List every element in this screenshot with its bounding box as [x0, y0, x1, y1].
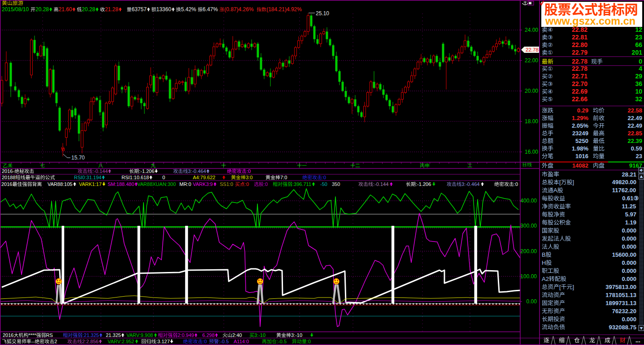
svg-text:[: [ — [559, 179, 561, 185]
svg-text:21.60: 21.60 — [59, 6, 72, 13]
svg-text:66: 66 — [635, 41, 642, 48]
svg-text:①: ① — [548, 49, 553, 56]
svg-text:VARV:2.952: VARV:2.952 — [108, 339, 134, 344]
svg-text:400.00: 400.00 — [520, 198, 537, 204]
svg-text:20.00: 20.00 — [525, 88, 538, 94]
svg-text:23: 23 — [636, 153, 642, 160]
svg-text:A4:79.622: A4:79.622 — [193, 175, 215, 180]
svg-text:16.00: 16.00 — [525, 149, 538, 155]
svg-text:2:0.949: 2:0.949 — [178, 332, 194, 338]
svg-text:0.29: 0.29 — [577, 107, 588, 114]
svg-text:2:40: 2:40 — [232, 332, 242, 338]
svg-text:14082: 14082 — [572, 162, 588, 169]
svg-text:13360: 13360 — [157, 6, 172, 13]
svg-text:A: A — [553, 187, 557, 194]
svg-text:0.59: 0.59 — [631, 145, 642, 152]
svg-text:22.78: 22.78 — [526, 47, 539, 52]
svg-text:7:0: 7:0 — [280, 175, 287, 180]
svg-text:22.49: 22.49 — [628, 115, 643, 121]
svg-text:⑤: ⑤ — [548, 96, 553, 103]
svg-text:2015/08/10: 2015/08/10 — [2, 6, 29, 13]
svg-text::21.325: :21.325 — [83, 332, 99, 338]
svg-text:1.19: 1.19 — [625, 219, 636, 226]
svg-text:10: 10 — [635, 88, 642, 95]
svg-text:[: [ — [559, 284, 561, 290]
svg-text::-0.5: :-0.5 — [219, 339, 229, 344]
svg-text:VARK1:17: VARK1:17 — [79, 181, 102, 187]
svg-text:0: 0 — [162, 175, 165, 180]
svg-text::0: :0 — [514, 181, 518, 187]
svg-text:--: -- — [31, 339, 35, 344]
svg-text:A2: A2 — [542, 276, 549, 282]
svg-text:15600.00: 15600.00 — [612, 251, 636, 258]
svg-text:22.39: 22.39 — [628, 138, 643, 144]
svg-text:32: 32 — [635, 95, 642, 103]
svg-text:932088.75: 932088.75 — [609, 324, 636, 331]
svg-text:22.58: 22.58 — [628, 107, 643, 114]
svg-text:0.000: 0.000 — [622, 227, 637, 234]
svg-text::396.711: :396.711 — [292, 181, 311, 187]
svg-text:22.49: 22.49 — [628, 122, 643, 129]
svg-text:0.000: 0.000 — [622, 235, 637, 242]
svg-text:3:-10: 3:-10 — [254, 332, 265, 338]
svg-text:VARV:9.908: VARV:9.908 — [126, 332, 153, 338]
svg-text:VAR88XUAN:300: VAR88XUAN:300 — [137, 181, 176, 187]
svg-text:1781051.13: 1781051.13 — [605, 292, 636, 298]
svg-text:4: 4 — [639, 65, 642, 72]
svg-text:①: ① — [548, 65, 553, 72]
svg-text:RSI1:10.618: RSI1:10.618 — [122, 175, 149, 180]
svg-text:0.61③: 0.61③ — [622, 195, 639, 202]
svg-text:3:0: 3:0 — [246, 175, 252, 180]
svg-text:1.98%: 1.98% — [572, 145, 588, 152]
svg-text:22.79: 22.79 — [572, 49, 587, 56]
svg-text:3:-0.464: 3:-0.464 — [461, 181, 479, 187]
svg-text:④: ④ — [548, 26, 553, 33]
svg-text:15.70: 15.70 — [71, 155, 85, 161]
svg-text:3:-0.464: 3:-0.464 — [188, 168, 206, 174]
svg-text:②: ② — [548, 42, 553, 48]
svg-text:②: ② — [548, 73, 553, 80]
svg-text:2016: 2016 — [3, 332, 13, 338]
svg-text:****: **** — [29, 332, 37, 338]
svg-text:22.66: 22.66 — [572, 95, 587, 103]
svg-text:22.70: 22.70 — [572, 80, 587, 87]
svg-text:(0.87)4.26%: (0.87)4.26% — [224, 6, 254, 13]
svg-text:100.00: 100.00 — [520, 273, 537, 280]
svg-text:]: ] — [573, 179, 574, 185]
svg-text:5250: 5250 — [575, 138, 588, 144]
svg-text:5.42%: 5.42% — [181, 6, 196, 13]
svg-text::0: :0 — [322, 175, 326, 180]
svg-text:]: ] — [573, 284, 574, 290]
svg-text:49820.00: 49820.00 — [612, 179, 636, 185]
svg-text::0: :0 — [307, 339, 311, 344]
svg-text:11.25: 11.25 — [622, 203, 636, 210]
svg-text:1899731.13: 1899731.13 — [605, 300, 636, 306]
svg-text::0: :0 — [247, 168, 251, 174]
svg-text:22.00: 22.00 — [525, 57, 538, 64]
svg-text:③: ③ — [548, 34, 553, 41]
svg-text:350: 350 — [332, 181, 340, 187]
svg-text:(184.21)4.92%: (184.21)4.92% — [266, 6, 302, 13]
svg-text:④: ④ — [548, 88, 553, 95]
svg-text:0.000: 0.000 — [622, 267, 637, 274]
svg-text:0.000: 0.000 — [622, 276, 637, 282]
svg-text:RSI0:31.194: RSI0:31.194 — [74, 175, 101, 180]
svg-text:23: 23 — [635, 34, 642, 41]
svg-text:22.78: 22.78 — [572, 65, 587, 72]
svg-text:3975813.00: 3975813.00 — [605, 284, 636, 290]
svg-text:0.000: 0.000 — [622, 316, 637, 323]
svg-text:SS1:0: SS1:0 — [220, 181, 233, 187]
svg-text:5.97: 5.97 — [625, 211, 636, 218]
svg-text:23249: 23249 — [572, 130, 588, 137]
svg-text:201: 201 — [632, 49, 643, 56]
svg-text::-0.144: :-0.144 — [373, 181, 388, 187]
svg-text:22.69: 22.69 — [572, 88, 587, 95]
svg-text:21.28: 21.28 — [105, 6, 118, 13]
svg-text::-0.144: :-0.144 — [92, 168, 108, 174]
svg-text:11762.00: 11762.00 — [612, 187, 636, 194]
svg-text:20.28: 20.28 — [82, 6, 95, 13]
svg-text:0: 0 — [639, 58, 642, 65]
svg-text:24.00: 24.00 — [525, 27, 538, 33]
svg-text::0: :0 — [245, 181, 249, 187]
svg-text:22.80: 22.80 — [572, 41, 587, 48]
